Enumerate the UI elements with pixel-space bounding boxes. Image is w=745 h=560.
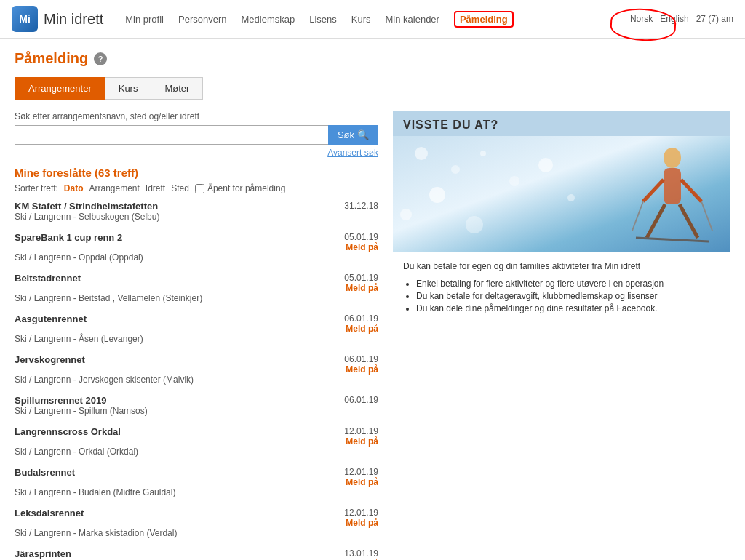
tabs: Arrangementer Kurs Møter [15,77,730,100]
sort-dato[interactable]: Dato [64,183,84,193]
event-name[interactable]: Spillumsrennet 2019 [15,395,106,406]
search-button-label: Søk [338,129,354,140]
nav-item-personvern[interactable]: Personvern [178,14,226,25]
user-info: 27 (7) am [696,14,733,24]
event-date: 06.01.19 [344,354,378,364]
visste-box: VISSTE DU AT? [393,111,730,324]
open-checkbox[interactable] [195,184,204,193]
event-name[interactable]: Budalsrennet [15,467,75,478]
help-icon[interactable]: ? [94,52,107,65]
list-item: Leksdalsrennet 12.01.19 Meld på Ski / La… [15,508,378,543]
event-date: 06.01.19 [344,395,378,405]
event-sub: Ski / Langrenn - Spillum (Namsos) [15,406,148,416]
snow-particle [567,194,575,201]
event-name[interactable]: Jervskogrennet [15,354,85,365]
meld-pa-link[interactable]: Meld på [346,518,378,528]
search-button[interactable]: Søk 🔍 [328,125,378,145]
svg-point-0 [664,148,681,168]
nav-item-medlemskap[interactable]: Medlemskap [241,14,295,25]
tab-moter[interactable]: Møter [151,77,203,100]
list-item: KM Stafett / Strindheimstafetten 31.12.1… [15,201,378,226]
event-row: Aasgutenrennet 06.01.19 Meld på [15,313,378,334]
event-sub: Ski / Langrenn - Budalen (Midtre Gauldal… [15,487,175,497]
event-sub: Ski / Langrenn - Beitstad , Vellamelen (… [15,293,202,303]
visste-bullet-2: Du kan betale for deltageravgift, klubbm… [416,291,720,301]
nav-item-minprofil[interactable]: Min profil [125,14,164,25]
event-info-row: Ski / Langrenn - Selbuskogen (Selbu) [15,212,378,222]
visste-bullet-1: Enkel betaling for flere aktiviteter og … [416,279,720,289]
event-info-row: Ski / Langrenn - Spillum (Namsos) [15,406,378,416]
snow-particle [538,158,553,172]
meld-pa-link[interactable]: Meld på [346,283,378,293]
event-name[interactable]: Aasgutenrennet [15,313,87,324]
header-right: Norsk English 27 (7) am [630,14,733,24]
list-item: Beitstadrennet 05.01.19 Meld på Ski / La… [15,273,378,308]
meld-pa-link[interactable]: Meld på [346,436,378,447]
snow-particle [451,165,460,174]
left-panel: Søk etter arrangementsnavn, sted og/elle… [15,111,378,560]
sort-sted[interactable]: Sted [171,183,189,193]
svg-line-3 [681,180,701,201]
svg-line-4 [647,204,665,238]
search-input[interactable] [15,125,328,145]
snow-particle [509,176,519,186]
snow-particle [466,216,483,233]
event-row: Jervskogrennet 06.01.19 Meld på [15,354,378,375]
logo-icon: Mi [12,6,38,32]
snow-particle [429,187,445,203]
event-row: KM Stafett / Strindheimstafetten 31.12.1… [15,201,378,212]
snow-particle [480,151,486,156]
event-date: 13.01.19 [344,548,378,559]
visste-description: Du kan betale for egen og din families a… [403,261,720,271]
nav-item-lisens[interactable]: Lisens [309,14,337,25]
search-row: Søk 🔍 [15,125,378,145]
meld-pa-link[interactable]: Meld på [346,324,378,334]
tab-arrangementer[interactable]: Arrangementer [15,77,105,100]
visste-bullet-3: Du kan dele dine påmeldinger og dine res… [416,303,720,313]
meld-pa-link[interactable]: Meld på [346,242,378,252]
event-date: 05.01.19 [344,273,378,283]
sort-row: Sorter treff: Dato Arrangement Idrett St… [15,183,378,193]
list-item: Budalsrennet 12.01.19 Meld på Ski / Lang… [15,467,378,502]
page-title-row: Påmelding ? [15,50,730,67]
svg-line-5 [680,204,698,238]
logo-text: Min idrett [44,11,103,28]
event-name[interactable]: KM Stafett / Strindheimstafetten [15,201,158,212]
tab-kurs[interactable]: Kurs [105,77,152,100]
event-row: SpareBank 1 cup renn 2 05.01.19 Meld på [15,232,378,252]
nav-item-pamelding[interactable]: Påmelding [454,11,514,28]
event-name[interactable]: Järasprinten [15,548,71,559]
lang-english[interactable]: English [660,14,688,24]
visste-bullets: Enkel betaling for flere aktiviteter og … [403,279,720,313]
event-row: Beitstadrennet 05.01.19 Meld på [15,273,378,293]
open-checkbox-container: Åpent for påmelding [195,183,285,193]
event-row: Langrennscross Orkdal 12.01.19 Meld på [15,426,378,447]
sort-idrett[interactable]: Idrett [146,183,165,193]
visste-title: VISSTE DU AT? [393,111,730,136]
event-sub: Ski / Langrenn - Selbuskogen (Selbu) [15,212,159,222]
logo-area[interactable]: Mi Min idrett [12,6,103,32]
list-item: Jervskogrennet 06.01.19 Meld på Ski / La… [15,354,378,389]
nav-item-kurs[interactable]: Kurs [351,14,371,25]
lang-norsk[interactable]: Norsk [630,14,653,24]
visste-text-area: Du kan betale for egen og din families a… [393,252,730,324]
meld-pa-link[interactable]: Meld på [346,477,378,487]
event-name[interactable]: Leksdalsrennet [15,508,84,519]
event-name[interactable]: Langrennscross Orkdal [15,426,121,437]
event-date: 12.01.19 [344,426,378,436]
event-date: 12.01.19 [344,467,378,477]
sort-arrangement[interactable]: Arrangement [89,183,139,193]
event-row: Järasprinten 13.01.19 Meld på [15,548,378,560]
event-name[interactable]: SpareBank 1 cup renn 2 [15,232,122,243]
snow-particle [415,147,428,160]
svg-line-6 [636,238,709,241]
event-sub: Ski / Langrenn - Åsen (Levanger) [15,334,143,344]
svg-line-7 [632,201,643,231]
event-name[interactable]: Beitstadrennet [15,273,81,284]
nav-item-minkalender[interactable]: Min kalender [386,14,439,25]
event-info-row: Ski / Langrenn - Åsen (Levanger) [15,334,378,344]
meld-pa-link[interactable]: Meld på [346,364,378,375]
list-item: SpareBank 1 cup renn 2 05.01.19 Meld på … [15,232,378,267]
page-title: Påmelding [15,50,88,67]
advanced-search-link[interactable]: Avansert søk [15,148,378,158]
